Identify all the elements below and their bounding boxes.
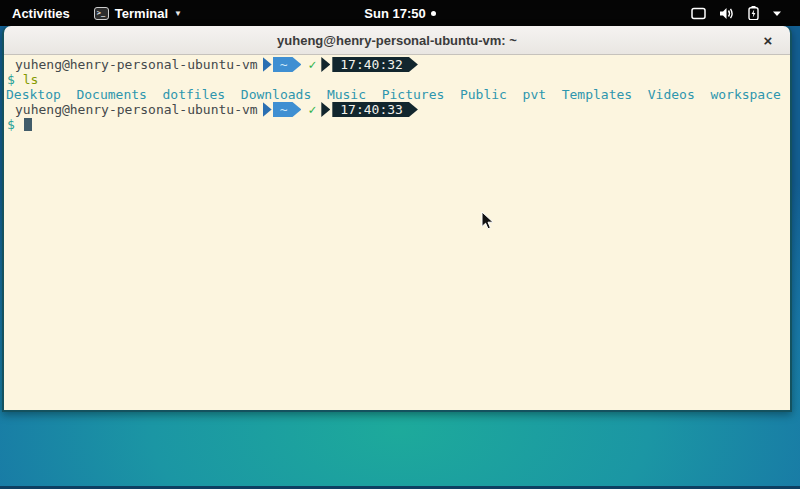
app-menu-terminal[interactable]: >_ Terminal ▼	[84, 0, 192, 26]
chevron-down-icon	[772, 10, 782, 17]
status-check-icon: ✓	[308, 57, 316, 72]
prompt-user: yuheng@henry-personal-ubuntu-vm	[4, 57, 258, 72]
prompt-line-1: yuheng@henry-personal-ubuntu-vm ~ ✓ 17:4…	[4, 57, 790, 72]
app-menu-label: Terminal	[115, 6, 168, 21]
command-line: $ ls	[4, 72, 790, 87]
powerline-arrow-icon	[321, 102, 330, 117]
terminal-icon: >_	[94, 7, 109, 20]
close-button[interactable]: ×	[756, 28, 780, 52]
command-text: ls	[23, 72, 39, 87]
system-status-menu[interactable]	[691, 0, 800, 26]
battery-charging-icon	[748, 6, 759, 20]
prompt-symbol: $	[7, 72, 15, 87]
window-titlebar[interactable]: yuheng@henry-personal-ubuntu-vm: ~ ×	[4, 26, 790, 55]
notification-dot-icon	[431, 11, 436, 16]
activities-button[interactable]: Activities	[0, 0, 84, 26]
prompt-path-segment: ~	[273, 57, 302, 72]
ls-output: Desktop Documents dotfiles Downloads Mus…	[4, 87, 790, 102]
screen-icon	[691, 7, 706, 20]
clock-button[interactable]: Sun 17:50	[364, 6, 425, 21]
text-cursor	[24, 118, 32, 131]
powerline-segments: ~ ✓ 17:40:33	[258, 102, 418, 117]
activities-label: Activities	[12, 6, 70, 21]
prompt-time-segment: 17:40:33	[332, 102, 418, 117]
prompt-symbol: $	[7, 117, 15, 132]
prompt-time-segment: 17:40:32	[332, 57, 418, 72]
terminal-window: yuheng@henry-personal-ubuntu-vm: ~ × yuh…	[2, 26, 792, 412]
powerline-segments: ~ ✓ 17:40:32	[258, 57, 418, 72]
current-input-line[interactable]: $	[4, 117, 790, 132]
window-title: yuheng@henry-personal-ubuntu-vm: ~	[277, 33, 517, 48]
top-bar: Activities >_ Terminal ▼ Sun 17:50	[0, 0, 800, 26]
prompt-user: yuheng@henry-personal-ubuntu-vm	[4, 102, 258, 117]
chevron-down-icon: ▼	[174, 9, 182, 18]
powerline-arrow-icon	[263, 102, 272, 117]
powerline-arrow-icon	[321, 57, 330, 72]
volume-icon	[719, 7, 735, 20]
status-check-icon: ✓	[308, 102, 316, 117]
prompt-line-2: yuheng@henry-personal-ubuntu-vm ~ ✓ 17:4…	[4, 102, 790, 117]
powerline-arrow-icon	[263, 57, 272, 72]
terminal-content[interactable]: yuheng@henry-personal-ubuntu-vm ~ ✓ 17:4…	[4, 55, 790, 410]
prompt-path-segment: ~	[273, 102, 302, 117]
